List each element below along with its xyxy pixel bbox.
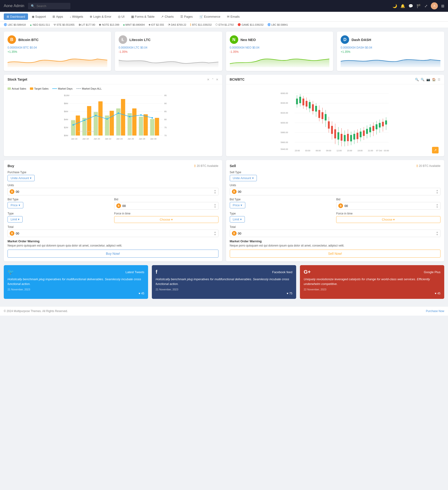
svg-rect-69 [302, 98, 304, 105]
buy-choose-btn[interactable]: Choose ▾ [114, 216, 219, 223]
svg-text:6020.00: 6020.00 [281, 112, 288, 114]
google-likes-count: 45 [437, 292, 440, 295]
svg-text:80: 80 [164, 118, 167, 121]
sell-stepper-up3-icon[interactable]: ▲ [436, 231, 438, 233]
menu-emails[interactable]: ✉ Emails [224, 13, 243, 20]
sell-bid-type-btn[interactable]: Price ▾ [230, 202, 245, 208]
grid-icon[interactable]: ⊞ [441, 4, 444, 8]
facebook-icon: f [156, 269, 157, 275]
menu-dashboard[interactable]: ⊞ Dashboard [4, 13, 28, 20]
sell-units-input[interactable] [238, 190, 435, 193]
facebook-card: f Facebook feed Holistically benchmark p… [152, 265, 296, 299]
sell-bid-col: Bid B ▲ ▼ [336, 198, 440, 210]
sell-limit-btn[interactable]: Limit ▾ [230, 216, 245, 222]
bcn-zoom-in-icon[interactable]: 🔍 [421, 78, 424, 81]
sell-card: Sell ₿ 20 BTC Available Sell Type Unite … [226, 160, 444, 261]
legend-target-sales-label: Target Sales [34, 87, 49, 90]
svg-rect-111 [369, 127, 371, 132]
sell-bid-input[interactable] [344, 204, 435, 208]
flag-icon[interactable]: 🏴 [416, 4, 421, 8]
sell-units-stepper[interactable]: ▲ ▼ [436, 189, 438, 194]
buy-bid-stepper[interactable]: ▲ ▼ [214, 203, 216, 208]
facebook-likes: ♥ 75 [287, 292, 292, 295]
stock-collapse-icon[interactable]: ⌃ [211, 78, 214, 81]
svg-rect-93 [340, 134, 342, 141]
svg-rect-101 [353, 134, 355, 140]
menu-widgets[interactable]: ↓ Widgets [67, 13, 86, 20]
bcn-zoom-out-icon[interactable]: 🔍 [415, 78, 419, 81]
svg-text:6000.00: 6000.00 [281, 122, 288, 124]
ticker-iot: ◈ IOT $2.555 [149, 23, 164, 26]
btc-change: +1.35% [8, 50, 107, 53]
menu-support[interactable]: ◉ Support [29, 13, 49, 20]
buy-type-btn[interactable]: Limit ▾ [8, 216, 23, 222]
bell-icon[interactable]: 🔔 [400, 4, 405, 8]
stepper-down-icon[interactable]: ▼ [214, 192, 216, 194]
bcn-camera-icon[interactable]: 📷 [426, 78, 430, 81]
stock-expand-icon[interactable]: ✕ [207, 78, 210, 81]
sell-stepper-down-icon[interactable]: ▼ [436, 192, 438, 194]
svg-rect-119 [382, 122, 384, 126]
sell-stepper-down2-icon[interactable]: ▼ [436, 206, 438, 208]
bcn-menu-icon[interactable]: ☰ [438, 78, 440, 81]
menu-ecommerce[interactable]: 🛒 Ecommerce [197, 13, 223, 20]
sell-type-btn[interactable]: Unite Amount ▾ [230, 175, 257, 181]
svg-rect-107 [363, 130, 365, 136]
buy-type-label: Type [8, 212, 112, 215]
menu-charts[interactable]: ↗ Charts [158, 13, 176, 20]
buy-total-input[interactable] [16, 232, 212, 235]
legend-target-sales-box [30, 88, 33, 90]
sell-type-row: Sell Type Unite Amount ▾ [230, 171, 441, 181]
brand-name: Aone Admin [4, 4, 24, 8]
footer-purchase-link[interactable]: Purchase Now [426, 309, 444, 313]
menu-forms-table[interactable]: ▦ Forms & Table [128, 13, 158, 20]
expand-icon[interactable]: ⤢ [424, 4, 428, 8]
search-box[interactable]: 🔍 [28, 3, 70, 9]
buy-units-label: Units [8, 184, 219, 187]
chat-icon[interactable]: 💬 [408, 4, 413, 8]
menu-login-error[interactable]: ⊕ Login & Error [87, 13, 114, 20]
buy-bid-type-btn[interactable]: Price ▾ [8, 202, 23, 208]
stepper-down2-icon[interactable]: ▼ [214, 206, 216, 208]
stepper-up-icon[interactable]: ▲ [214, 189, 216, 192]
sell-stepper-up2-icon[interactable]: ▲ [436, 203, 438, 206]
search-input[interactable] [36, 4, 69, 8]
sell-now-btn[interactable]: Sell Now! [230, 250, 441, 258]
buy-bid-input[interactable] [122, 204, 212, 208]
buy-warning-row: Market Order Warning Neque porro quisqua… [8, 239, 219, 247]
buy-total-stepper[interactable]: ▲ ▼ [214, 231, 216, 236]
sell-total-stepper[interactable]: ▲ ▼ [436, 231, 438, 236]
stepper-up3-icon[interactable]: ▲ [214, 231, 216, 233]
avatar[interactable]: A [431, 2, 438, 9]
menu-apps[interactable]: ⊞ Apps [50, 13, 66, 20]
buy-units-input[interactable] [16, 190, 212, 193]
buy-purchase-type-btn[interactable]: Unite Amount ▾ [8, 175, 35, 181]
sell-total-input[interactable] [238, 232, 435, 235]
buy-purchase-type-row: Purchase Type Unite Amount ▾ [8, 171, 219, 181]
sell-bid-stepper[interactable]: ▲ ▼ [436, 203, 438, 208]
bcn-home-icon[interactable]: 🏠 [432, 78, 436, 81]
stepper-up2-icon[interactable]: ▲ [214, 203, 216, 206]
stock-chart-card: Stock Target ✕ ⌃ ✕ Actual Sales Target S… [4, 75, 222, 156]
menu-ui[interactable]: ◎ UI [115, 13, 127, 20]
svg-rect-75 [312, 104, 314, 111]
buy-now-btn[interactable]: Buy Now! [8, 250, 219, 258]
bcn-trade-btn[interactable]: ↗ [432, 147, 439, 153]
stock-close-icon[interactable]: ✕ [216, 78, 219, 81]
sell-bid-type-label: Bid Type [230, 198, 334, 201]
sell-stepper-up-icon[interactable]: ▲ [436, 189, 438, 192]
svg-text:75: 75 [164, 126, 167, 129]
buy-units-stepper[interactable]: ▲ ▼ [214, 189, 216, 194]
menu-login-error-label: Login & Error [93, 15, 111, 18]
ticker-game: 🔴 GAME $11.039232 [237, 23, 264, 26]
sell-stepper-down3-icon[interactable]: ▼ [436, 233, 438, 236]
svg-text:Jan 16: Jan 16 [71, 138, 77, 140]
sell-btc-total-icon: B [232, 231, 237, 236]
neo-title: Neo NEO [241, 38, 256, 42]
svg-text:$0M: $0M [64, 134, 68, 137]
moon-icon[interactable]: 🌙 [392, 4, 397, 8]
menu-pages[interactable]: ☰ Pages [178, 13, 196, 20]
sell-choose-btn[interactable]: Choose ▾ [336, 216, 440, 223]
stepper-down3-icon[interactable]: ▼ [214, 233, 216, 236]
crypto-card-neo-header: N Neo NEO [230, 35, 330, 44]
